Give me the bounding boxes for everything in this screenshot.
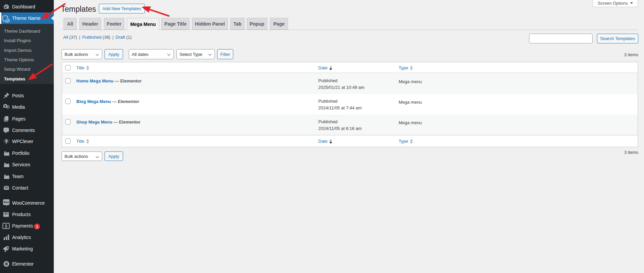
- svg-text:Woo: Woo: [4, 201, 9, 204]
- svg-text:WPC: WPC: [5, 140, 8, 142]
- svg-text:$: $: [5, 224, 7, 229]
